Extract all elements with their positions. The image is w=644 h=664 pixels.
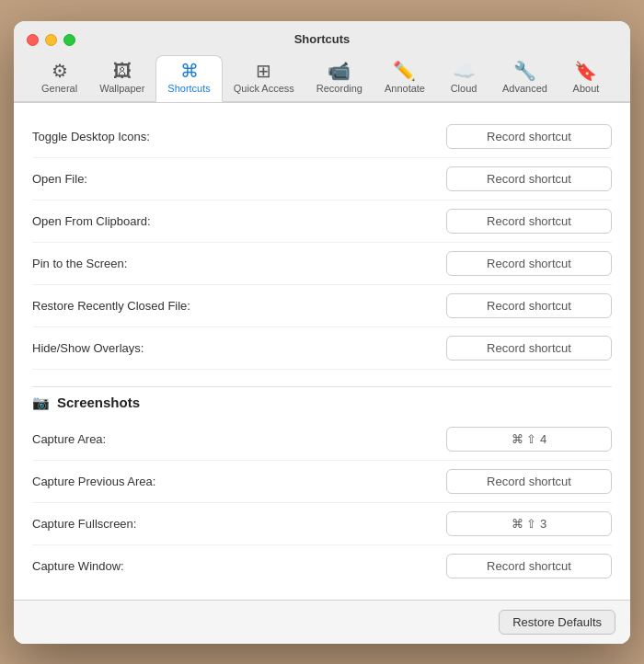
screenshots-section-label: Screenshots — [57, 395, 140, 410]
annotate-icon: ✏️ — [393, 62, 416, 80]
record-shortcut-capture-area[interactable]: ⌘ ⇧ 4 — [446, 427, 612, 452]
shortcut-label-capture-window: Capture Window: — [32, 559, 124, 573]
tab-quickaccess-label: Quick Access — [234, 83, 294, 94]
minimize-button[interactable] — [45, 34, 57, 46]
tab-shortcuts[interactable]: ⌘ Shortcuts — [155, 55, 222, 102]
shortcut-row-open-file: Open File: Record shortcut — [32, 158, 612, 200]
record-shortcut-capture-window[interactable]: Record shortcut — [446, 554, 612, 578]
tab-advanced[interactable]: 🔧 Advanced — [491, 56, 558, 101]
record-shortcut-open-file[interactable]: Record shortcut — [446, 166, 612, 191]
record-shortcut-pin-screen[interactable]: Record shortcut — [446, 251, 612, 276]
shortcut-row-restore-file: Restore Recently Closed File: Record sho… — [32, 285, 612, 327]
shortcut-label-open-file: Open File: — [32, 172, 87, 186]
content-area: Toggle Desktop Icons: Record shortcut Op… — [14, 102, 630, 644]
toolbar: ⚙ General 🖼 Wallpaper ⌘ Shortcuts ⊞ Quic… — [30, 55, 614, 101]
tab-general-label: General — [41, 83, 77, 94]
record-shortcut-toggle-desktop[interactable]: Record shortcut — [446, 124, 612, 149]
shortcut-label-capture-fullscreen: Capture Fullscreen: — [32, 517, 136, 531]
record-shortcut-restore-file[interactable]: Record shortcut — [446, 293, 612, 318]
tab-annotate[interactable]: ✏️ Annotate — [374, 56, 436, 101]
screenshots-emoji: 📷 — [32, 395, 50, 411]
shortcut-label-restore-file: Restore Recently Closed File: — [32, 299, 190, 313]
recording-icon: 📹 — [328, 62, 351, 80]
tab-wallpaper-label: Wallpaper — [99, 83, 144, 94]
record-shortcut-capture-fullscreen[interactable]: ⌘ ⇧ 3 — [446, 511, 612, 536]
shortcut-label-capture-previous: Capture Previous Area: — [32, 475, 155, 488]
traffic-lights — [27, 34, 75, 46]
shortcuts-icon: ⌘ — [180, 62, 199, 80]
main-window: Shortcuts ⚙ General 🖼 Wallpaper ⌘ Shortc… — [14, 21, 630, 644]
shortcut-row-capture-fullscreen: Capture Fullscreen: ⌘ ⇧ 3 — [32, 503, 612, 545]
quickaccess-icon: ⊞ — [256, 62, 271, 80]
shortcut-row-toggle-desktop: Toggle Desktop Icons: Record shortcut — [32, 116, 612, 158]
shortcut-row-pin-screen: Pin to the Screen: Record shortcut — [32, 243, 612, 285]
shortcut-row-hide-overlays: Hide/Show Overlays: Record shortcut — [32, 327, 612, 370]
shortcut-row-capture-area: Capture Area: ⌘ ⇧ 4 — [32, 418, 612, 461]
shortcut-label-hide-overlays: Hide/Show Overlays: — [32, 341, 144, 355]
tab-about[interactable]: 🔖 About — [558, 56, 614, 101]
record-shortcut-open-clipboard[interactable]: Record shortcut — [446, 209, 612, 234]
restore-defaults-button[interactable]: Restore Defaults — [499, 610, 615, 635]
tab-shortcuts-label: Shortcuts — [167, 83, 210, 94]
close-button[interactable] — [27, 34, 39, 46]
tab-recording-label: Recording — [316, 83, 362, 94]
zoom-button[interactable] — [63, 34, 75, 46]
tab-annotate-label: Annotate — [385, 83, 425, 94]
shortcut-label-open-clipboard: Open From Clipboard: — [32, 214, 151, 228]
tab-general[interactable]: ⚙ General — [30, 56, 88, 101]
tab-quickaccess[interactable]: ⊞ Quick Access — [223, 56, 305, 101]
about-icon: 🔖 — [574, 62, 597, 80]
tab-wallpaper[interactable]: 🖼 Wallpaper — [88, 56, 155, 101]
shortcut-row-capture-previous: Capture Previous Area: Record shortcut — [32, 461, 612, 503]
advanced-icon: 🔧 — [513, 62, 536, 80]
cloud-icon: ☁️ — [453, 62, 476, 80]
record-shortcut-capture-previous[interactable]: Record shortcut — [446, 469, 612, 494]
tab-about-label: About — [573, 83, 600, 94]
shortcut-label-pin-screen: Pin to the Screen: — [32, 257, 127, 270]
screenshots-section-header: 📷 Screenshots — [32, 386, 612, 411]
shortcut-label-toggle-desktop: Toggle Desktop Icons: — [32, 130, 150, 143]
tab-recording[interactable]: 📹 Recording — [305, 56, 374, 101]
tab-advanced-label: Advanced — [502, 83, 547, 94]
tab-cloud-label: Cloud — [451, 83, 477, 94]
tab-cloud[interactable]: ☁️ Cloud — [436, 56, 491, 101]
shortcut-label-capture-area: Capture Area: — [32, 432, 106, 446]
record-shortcut-hide-overlays[interactable]: Record shortcut — [446, 336, 612, 361]
shortcut-row-capture-window: Capture Window: Record shortcut — [32, 545, 612, 587]
title-bar: Shortcuts ⚙ General 🖼 Wallpaper ⌘ Shortc… — [14, 21, 630, 102]
footer: Restore Defaults — [14, 600, 630, 644]
scroll-area[interactable]: Toggle Desktop Icons: Record shortcut Op… — [14, 103, 630, 600]
general-icon: ⚙ — [52, 62, 68, 80]
shortcut-row-open-clipboard: Open From Clipboard: Record shortcut — [32, 200, 612, 243]
wallpaper-icon: 🖼 — [113, 62, 132, 80]
window-title: Shortcuts — [294, 32, 351, 46]
